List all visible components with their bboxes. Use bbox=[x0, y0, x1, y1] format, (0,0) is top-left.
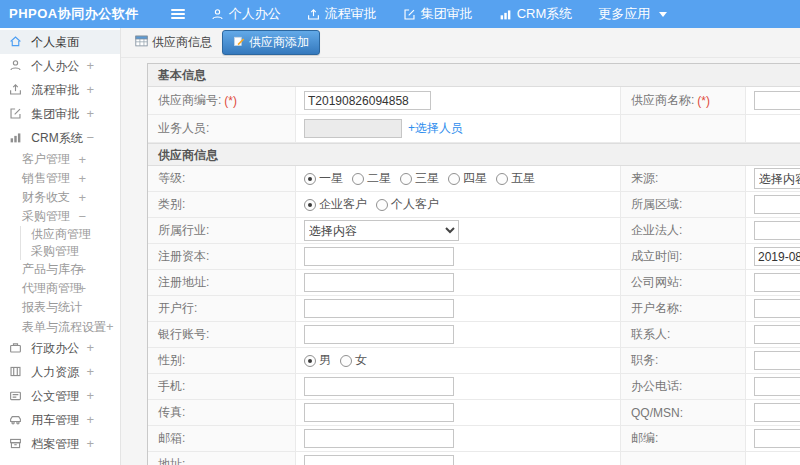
registered-address-input[interactable] bbox=[304, 273, 454, 292]
grade-radio[interactable] bbox=[448, 173, 460, 185]
sidebar-item-vehicle-mgmt[interactable]: 用车管理 + bbox=[0, 408, 120, 432]
form-row: 性别: 男 女 职务: bbox=[148, 348, 800, 374]
gender-option[interactable]: 男 bbox=[304, 352, 331, 369]
qq-msn-input[interactable] bbox=[754, 403, 800, 422]
field-label bbox=[621, 115, 746, 142]
region-input[interactable] bbox=[754, 195, 800, 214]
position-input[interactable] bbox=[754, 351, 800, 370]
app-brand: PHPOA协同办公软件 bbox=[0, 5, 139, 23]
category-radio[interactable] bbox=[376, 199, 388, 211]
expand-toggle[interactable]: + bbox=[78, 279, 86, 298]
sidebar-item-human-resources[interactable]: 人力资源 + bbox=[0, 360, 120, 384]
mobile-input[interactable] bbox=[304, 377, 454, 396]
edit-icon bbox=[9, 109, 22, 123]
sidebar-item-sales-mgmt[interactable]: 销售管理 + bbox=[0, 169, 120, 188]
supplier-code-input[interactable] bbox=[304, 91, 431, 110]
expand-toggle[interactable]: + bbox=[86, 408, 94, 432]
bank-input[interactable] bbox=[304, 299, 454, 318]
sidebar-item-workflow-approval[interactable]: 流程审批 + bbox=[0, 78, 120, 102]
menu-toggle-icon[interactable] bbox=[171, 9, 185, 19]
category-radio[interactable] bbox=[304, 199, 316, 211]
legal-person-input[interactable] bbox=[754, 221, 800, 240]
collapse-toggle[interactable]: − bbox=[86, 126, 94, 150]
field-cell bbox=[296, 322, 621, 347]
contact-input[interactable] bbox=[754, 325, 800, 344]
expand-toggle[interactable]: + bbox=[78, 188, 86, 207]
expand-toggle[interactable]: + bbox=[86, 432, 94, 456]
category-option[interactable]: 企业客户 bbox=[304, 196, 367, 213]
sidebar-item-personal-desktop[interactable]: 个人桌面 bbox=[0, 30, 120, 54]
expand-toggle[interactable]: + bbox=[86, 384, 94, 408]
gender-option[interactable]: 女 bbox=[340, 352, 367, 369]
sidebar-item-product-inventory[interactable]: 产品与库存 + bbox=[0, 260, 120, 279]
field-label: 所属行业: bbox=[148, 218, 296, 243]
grade-radio[interactable] bbox=[496, 173, 508, 185]
sidebar: 个人桌面 个人办公 + 流程审批 + 集团审批 + CRM系统 − 客户管理 +… bbox=[0, 28, 121, 465]
sidebar-item-agent-mgmt[interactable]: 代理商管理 + bbox=[0, 279, 120, 298]
email-input[interactable] bbox=[304, 429, 454, 448]
office-phone-input[interactable] bbox=[754, 377, 800, 396]
collapse-toggle[interactable]: − bbox=[78, 207, 86, 226]
sidebar-item-reports-stats[interactable]: 报表与统计 bbox=[0, 298, 120, 317]
supplier-name-input[interactable] bbox=[754, 91, 800, 110]
fax-input[interactable] bbox=[304, 403, 454, 422]
nav-group-approval[interactable]: 集团审批 bbox=[403, 5, 473, 23]
sidebar-item-admin-office[interactable]: 行政办公 + bbox=[0, 336, 120, 360]
sidebar-item-finance[interactable]: 财务收支 + bbox=[0, 188, 120, 207]
category-option[interactable]: 个人客户 bbox=[376, 196, 439, 213]
gender-radio[interactable] bbox=[304, 355, 316, 367]
address-input[interactable] bbox=[304, 455, 454, 465]
sidebar-item-crm-system[interactable]: CRM系统 − bbox=[0, 126, 120, 150]
expand-toggle[interactable]: + bbox=[86, 78, 94, 102]
bank-account-input[interactable] bbox=[304, 325, 454, 344]
sidebar-item-form-flow-settings[interactable]: 表单与流程设置+ bbox=[0, 317, 120, 336]
tab-supplier-info[interactable]: 供应商信息 bbox=[135, 34, 212, 51]
sidebar-item-personal-office[interactable]: 个人办公 + bbox=[0, 54, 120, 78]
sidebar-item-customer-mgmt[interactable]: 客户管理 + bbox=[0, 150, 120, 169]
grade-option[interactable]: 三星 bbox=[400, 170, 439, 187]
sidebar-item-purchasing[interactable]: 采购管理 bbox=[20, 243, 120, 260]
nav-crm-system[interactable]: CRM系统 bbox=[499, 5, 573, 23]
source-select[interactable]: 选择内容 bbox=[754, 168, 800, 189]
business-person-input[interactable] bbox=[304, 119, 402, 138]
main-content: 供应商信息 供应商添加 基本信息 供应商编号: (*) 供应商名称: (*) bbox=[121, 28, 800, 465]
sidebar-item-group-approval[interactable]: 集团审批 + bbox=[0, 102, 120, 126]
expand-toggle[interactable]: + bbox=[106, 319, 114, 334]
expand-toggle[interactable]: + bbox=[86, 360, 94, 384]
expand-toggle[interactable]: + bbox=[86, 54, 94, 78]
grade-radio[interactable] bbox=[352, 173, 364, 185]
nav-more-apps[interactable]: 更多应用 bbox=[598, 5, 667, 23]
field-cell bbox=[746, 348, 800, 373]
grade-radio[interactable] bbox=[400, 173, 412, 185]
sidebar-item-supplier-mgmt[interactable]: 供应商管理 bbox=[20, 226, 120, 243]
grade-option[interactable]: 二星 bbox=[352, 170, 391, 187]
tab-supplier-add[interactable]: 供应商添加 bbox=[222, 30, 320, 55]
grade-option[interactable]: 四星 bbox=[448, 170, 487, 187]
website-input[interactable] bbox=[754, 273, 800, 292]
expand-toggle[interactable]: + bbox=[86, 336, 94, 360]
field-cell bbox=[296, 452, 621, 465]
sidebar-item-purchase-mgmt[interactable]: 采购管理 − bbox=[0, 207, 120, 226]
grade-option[interactable]: 五星 bbox=[496, 170, 535, 187]
sidebar-item-document-mgmt[interactable]: 公文管理 + bbox=[0, 384, 120, 408]
nav-workflow-approval[interactable]: 流程审批 bbox=[307, 5, 377, 23]
field-label bbox=[621, 452, 746, 465]
expand-toggle[interactable]: + bbox=[78, 169, 86, 188]
grade-option[interactable]: 一星 bbox=[304, 170, 343, 187]
zip-input[interactable] bbox=[754, 429, 800, 448]
field-label: 成立时间: bbox=[621, 244, 746, 269]
form-row: 所属行业: 选择内容 企业法人: bbox=[148, 218, 800, 244]
expand-toggle[interactable]: + bbox=[78, 150, 86, 169]
field-label: 注册地址: bbox=[148, 270, 296, 295]
nav-personal-office[interactable]: 个人办公 bbox=[211, 5, 281, 23]
registered-capital-input[interactable] bbox=[304, 247, 454, 266]
select-person-link[interactable]: +选择人员 bbox=[408, 120, 463, 137]
industry-select[interactable]: 选择内容 bbox=[304, 220, 459, 241]
grade-radio[interactable] bbox=[304, 173, 316, 185]
established-date-input[interactable] bbox=[754, 247, 800, 266]
sidebar-item-archive-mgmt[interactable]: 档案管理 + bbox=[0, 432, 120, 456]
gender-radio[interactable] bbox=[340, 355, 352, 367]
expand-toggle[interactable]: + bbox=[86, 102, 94, 126]
account-name-input[interactable] bbox=[754, 299, 800, 318]
expand-toggle[interactable]: + bbox=[78, 260, 86, 279]
